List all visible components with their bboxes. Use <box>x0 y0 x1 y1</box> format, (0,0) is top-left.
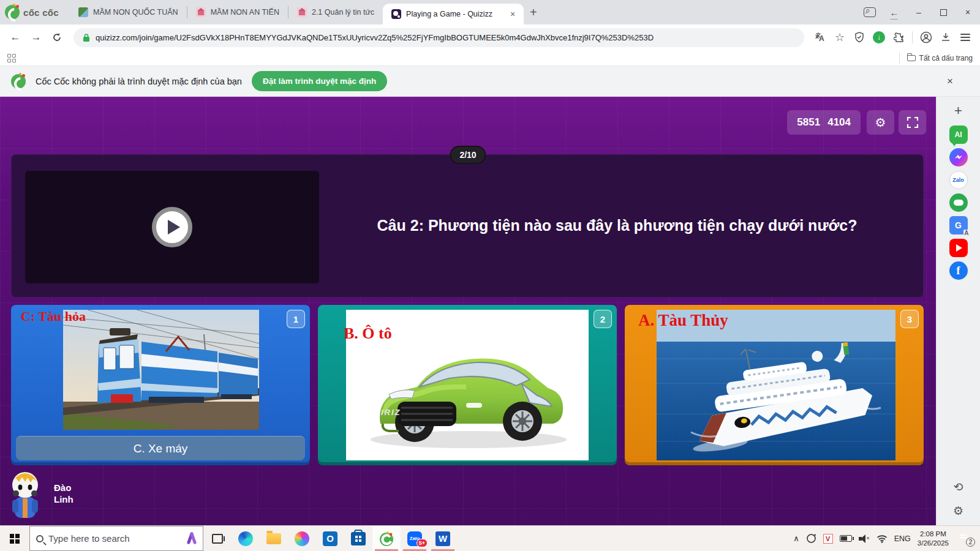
zalo-label: Zalo <box>952 177 964 183</box>
reopen-tab-button[interactable]: ← <box>882 0 907 24</box>
task-view-button[interactable] <box>203 526 232 551</box>
secure-lock-icon <box>82 33 91 42</box>
tray-v-app-icon[interactable]: V <box>823 534 833 544</box>
quiz-page: 5851 4104 ⚙ 2/10 Câu 2: Phương tiện nào … <box>0 97 980 525</box>
apps-grid-icon[interactable] <box>7 54 16 62</box>
action-center-button[interactable]: 2 <box>958 532 974 545</box>
wifi-icon[interactable] <box>876 534 888 543</box>
taskbar-outlook[interactable]: O <box>316 526 344 551</box>
answer-caption: C. Xe máy <box>16 436 305 460</box>
translate-button[interactable]: x A <box>812 29 829 46</box>
menu-button[interactable] <box>957 29 974 46</box>
answer-number-badge: 1 <box>287 310 305 328</box>
toolbar-separator <box>912 31 913 43</box>
download-circle-icon: ↓ <box>873 31 885 43</box>
back-button[interactable]: ← <box>6 28 24 47</box>
player-avatar <box>9 470 42 519</box>
fullscreen-button[interactable] <box>899 110 926 135</box>
brand-label: cốc cốc <box>23 7 59 18</box>
gt-letter: G <box>955 220 962 230</box>
ship-image <box>657 310 895 460</box>
answer-card-1[interactable]: 1 <box>11 305 310 465</box>
tray-expand-icon[interactable]: ∧ <box>793 534 799 543</box>
taskbar-search-input[interactable]: Type here to search <box>29 526 203 551</box>
coccoc-download-button[interactable]: ↓ <box>870 29 888 46</box>
taskbar-clock[interactable]: 2:08 PM 3/26/2025 <box>918 530 949 548</box>
question-text: Câu 2: Phương tiện nào sau đây là phương… <box>327 155 907 297</box>
score-display: 5851 4104 <box>787 110 861 135</box>
browser-tab-bar: cốc cốc MẦM NON QUỐC TUẤN MẦM NON AN TIẾ… <box>0 0 980 24</box>
start-button[interactable] <box>0 526 29 551</box>
tab-label: MẦM NON QUỐC TUẤN <box>93 8 178 17</box>
answer-card-3[interactable]: 3 <box>625 305 924 465</box>
reopen-tab-icon: ← <box>890 7 899 18</box>
history-icon[interactable]: ⟲ <box>954 480 963 494</box>
search-tabs-icon <box>864 7 876 17</box>
tab-mam-non-an-tien[interactable]: MẦM NON AN TIẾN <box>187 0 288 24</box>
quiz-settings-button[interactable]: ⚙ <box>867 110 894 135</box>
sidepanel-add-button[interactable]: + <box>954 103 962 119</box>
answer-card-2[interactable]: 2 <box>318 305 617 465</box>
tab-close-icon[interactable]: × <box>510 9 515 19</box>
sidepanel-settings-icon[interactable]: ⚙ <box>953 504 963 518</box>
train-image <box>63 310 259 430</box>
notification-count: 2 <box>966 538 975 547</box>
bookmark-star-button[interactable]: ☆ <box>831 29 848 46</box>
messenger-icon[interactable] <box>949 148 968 167</box>
tab-quan-ly-tin-tuc[interactable]: 2.1 Quản lý tin tức <box>288 0 383 24</box>
zalo-panel-icon[interactable]: Zalo <box>949 171 968 189</box>
close-window-button[interactable]: × <box>956 0 980 24</box>
taskbar-word[interactable]: W <box>429 526 457 551</box>
url-input[interactable]: quizizz.com/join/game/U2FsdGVkX18PHnT8EM… <box>74 28 804 47</box>
tab-mam-non-quoc-tuan[interactable]: MẦM NON QUỐC TUẤN <box>70 0 187 24</box>
downloads-button[interactable] <box>937 29 954 46</box>
browser-toolbar: ← → quizizz.com/join/game/U2FsdGVkX18PHn… <box>0 24 980 50</box>
youtube-icon[interactable] <box>949 239 968 257</box>
restore-icon <box>940 9 947 16</box>
tab-quizizz-active[interactable]: Playing a Game - Quizizz × <box>383 4 524 24</box>
set-default-browser-button[interactable]: Đặt làm trình duyệt mặc định <box>252 71 387 91</box>
answer-options: 1 <box>11 305 924 465</box>
extensions-button[interactable] <box>890 29 907 46</box>
new-tab-button[interactable]: + <box>530 6 537 20</box>
games-icon[interactable] <box>949 193 968 212</box>
url-text: quizizz.com/join/game/U2FsdGVkX18PHnT8EM… <box>96 33 654 42</box>
score-right: 4104 <box>827 116 851 129</box>
taskbar-store[interactable] <box>344 526 372 551</box>
shield-button[interactable] <box>851 29 868 46</box>
all-bookmarks-button[interactable]: Tất cả dấu trang <box>899 53 973 64</box>
task-view-icon <box>212 534 223 544</box>
facebook-icon[interactable]: f <box>949 261 968 280</box>
taskbar-file-explorer[interactable] <box>260 526 288 551</box>
notice-close-icon[interactable]: × <box>947 75 969 88</box>
downloads-tray-icon <box>941 32 951 42</box>
play-button[interactable] <box>152 207 192 247</box>
image-label: A. Tàu Thủy <box>638 311 728 330</box>
system-tray: ∧ V × ENG 2:08 PM 3/26/2025 2 <box>793 526 980 551</box>
forward-button[interactable]: → <box>27 28 45 47</box>
profile-button[interactable] <box>918 29 935 46</box>
tab-label: 2.1 Quản lý tin tức <box>312 8 374 17</box>
search-tabs-button[interactable] <box>858 0 882 24</box>
zalo-unread-badge: 5+ <box>417 539 428 547</box>
coccoc-brand: cốc cốc <box>5 5 59 20</box>
minimize-button[interactable]: – <box>907 0 931 24</box>
player-last-name: Linh <box>54 494 74 506</box>
restore-button[interactable] <box>931 0 956 24</box>
player-first-name: Đào <box>54 482 74 494</box>
language-indicator[interactable]: ENG <box>894 534 911 543</box>
tray-sync-icon[interactable] <box>806 533 816 544</box>
reload-button[interactable] <box>48 28 66 47</box>
question-video <box>25 171 319 283</box>
shield-icon <box>854 32 864 43</box>
taskbar-edge[interactable] <box>232 526 260 551</box>
notice-text: Cốc Cốc không phải là trình duyệt mặc đị… <box>36 77 242 86</box>
volume-muted-icon[interactable]: × <box>859 534 870 543</box>
taskbar-zalo[interactable]: Zalo 5+ <box>401 526 429 551</box>
battery-icon[interactable] <box>840 535 852 542</box>
taskbar-coccoc[interactable] <box>372 526 401 551</box>
taskbar-copilot[interactable] <box>288 526 316 551</box>
train-illustration <box>63 310 259 430</box>
ai-chat-icon[interactable]: AI <box>949 126 968 144</box>
google-translate-icon[interactable]: G <box>949 216 968 234</box>
